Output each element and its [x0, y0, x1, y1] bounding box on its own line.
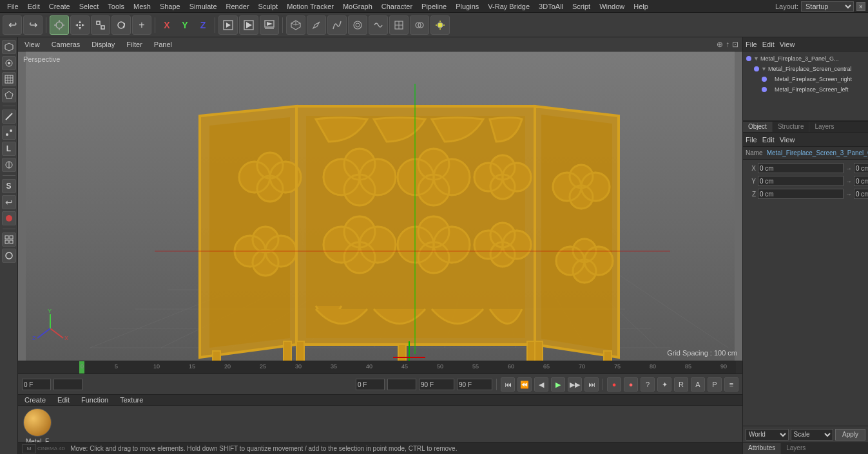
obj-menu-view[interactable]: View — [780, 41, 795, 48]
obj-row-0[interactable]: ▼ Metal_Fireplace_3_Panel_G... — [745, 53, 866, 64]
menu-mograph[interactable]: MoGraph — [338, 1, 377, 12]
render-settings-button[interactable] — [260, 15, 279, 35]
vp-menu-cameras[interactable]: Cameras — [49, 39, 83, 50]
tab-attributes[interactable]: Attributes — [743, 443, 781, 454]
menu-motion-tracker[interactable]: Motion Tracker — [282, 1, 338, 12]
vp-menu-panel[interactable]: Panel — [151, 39, 175, 50]
a-button[interactable]: A — [691, 377, 705, 392]
r-button[interactable]: R — [674, 377, 688, 392]
layout-dropdown[interactable]: Startup Standard Classic Animate BP UV E… — [801, 1, 854, 12]
transport-back-button[interactable]: ◀ — [534, 377, 548, 392]
vp-icon-3[interactable]: ⊡ — [732, 40, 738, 49]
menu-shape[interactable]: Shape — [155, 1, 185, 12]
coord-scale-select[interactable]: Scale Size — [791, 429, 834, 440]
attr-z-pos[interactable] — [758, 189, 844, 199]
timeline-current-label[interactable] — [53, 379, 82, 390]
menu-script[interactable]: Script — [568, 1, 595, 12]
record-auto-button[interactable]: ● — [624, 377, 638, 392]
cube-tool[interactable] — [286, 15, 305, 35]
sidebar-poly-icon[interactable] — [2, 88, 16, 102]
obj-menu-file[interactable]: File — [746, 41, 757, 48]
sidebar-record-icon[interactable] — [2, 211, 16, 225]
p-button[interactable]: P — [708, 377, 722, 392]
attr-x-rot[interactable] — [854, 163, 868, 173]
menu-create[interactable]: Create — [44, 1, 75, 12]
sidebar-loop-icon[interactable] — [2, 158, 16, 172]
menu-simulate[interactable]: Simulate — [185, 1, 222, 12]
menu-mesh[interactable]: Mesh — [129, 1, 155, 12]
sidebar-texture-icon[interactable] — [2, 56, 16, 70]
material-preview[interactable] — [23, 408, 52, 437]
sidebar-l-icon[interactable]: L — [2, 142, 16, 156]
vp-menu-display[interactable]: Display — [89, 39, 117, 50]
menu-plugins[interactable]: Plugins — [451, 1, 483, 12]
obj-row-2[interactable]: ▶ Metal_Fireplace_Screen_right — [745, 74, 866, 84]
apply-button[interactable]: Apply — [835, 429, 865, 440]
attr-z-rot[interactable] — [854, 189, 868, 199]
sidebar-point-icon[interactable] — [2, 126, 16, 140]
light-button[interactable] — [430, 15, 450, 35]
boolean-tool[interactable] — [410, 15, 429, 35]
sidebar-edge-icon[interactable] — [2, 109, 16, 124]
pen-tool[interactable] — [307, 15, 326, 35]
tab-object[interactable]: Object — [743, 122, 773, 132]
sidebar-mesh-icon[interactable] — [2, 72, 16, 86]
timeline-fps[interactable] — [419, 379, 454, 390]
subdivide-tool[interactable] — [348, 15, 367, 35]
rotate-tool[interactable] — [111, 15, 131, 35]
timeline-start-frame[interactable] — [22, 379, 51, 390]
scale-tool[interactable] — [91, 15, 110, 35]
menu-character[interactable]: Character — [377, 1, 417, 12]
vp-icon-2[interactable]: ↑ — [726, 40, 729, 49]
transport-play-button[interactable]: ▶ — [551, 377, 565, 392]
live-select-tool[interactable] — [50, 15, 69, 35]
menu-help[interactable]: Help — [629, 1, 653, 12]
mat-menu-texture[interactable]: Texture — [117, 395, 146, 405]
mat-menu-edit[interactable]: Edit — [55, 395, 72, 405]
sidebar-s-icon[interactable]: S — [2, 179, 16, 193]
spline-tool[interactable] — [327, 15, 347, 35]
viewport[interactable]: X Y Z Perspective Grid Spacing : 100 cm — [18, 52, 742, 361]
menu-tools[interactable]: Tools — [103, 1, 129, 12]
undo-button[interactable]: ↩ — [3, 15, 22, 35]
sidebar-circle-icon[interactable] — [2, 249, 16, 263]
redo-button[interactable]: ↪ — [23, 15, 43, 35]
menu-file[interactable]: File — [3, 1, 23, 12]
attr-menu-file[interactable]: File — [746, 136, 757, 144]
record-button[interactable]: ● — [607, 377, 621, 392]
menu-select[interactable]: Select — [75, 1, 104, 12]
sidebar-model-icon[interactable] — [2, 40, 16, 54]
timeline-fps2[interactable] — [457, 379, 492, 390]
move-tool[interactable] — [70, 15, 90, 35]
timeline-current-frame2[interactable] — [387, 379, 416, 390]
menu-3dtoall[interactable]: 3DToAll — [534, 1, 568, 12]
tab-layers-bottom[interactable]: Layers — [781, 443, 811, 454]
transport-prev-button[interactable]: ⏪ — [517, 377, 532, 392]
obj-row-3[interactable]: ▶ Metal_Fireplace_Screen_left — [745, 84, 866, 95]
sidebar-grid-icon[interactable] — [2, 232, 16, 247]
attr-menu-edit[interactable]: Edit — [762, 136, 775, 144]
attr-menu-view[interactable]: View — [780, 136, 795, 144]
mat-menu-create[interactable]: Create — [22, 395, 48, 405]
timeline-current-frame[interactable] — [356, 379, 385, 390]
menu-edit[interactable]: Edit — [23, 1, 44, 12]
obj-row-1[interactable]: ▼ Metal_Fireplace_Screen_central — [745, 64, 866, 74]
menu-window[interactable]: Window — [595, 1, 629, 12]
add-object-button[interactable]: + — [132, 15, 151, 35]
render-button[interactable] — [239, 15, 258, 35]
vp-menu-view[interactable]: View — [22, 39, 43, 50]
tab-structure[interactable]: Structure — [773, 122, 810, 132]
floor-tool[interactable] — [389, 15, 409, 35]
render-region-button[interactable] — [218, 15, 238, 35]
coord-world-select[interactable]: World Object Parent — [746, 429, 789, 440]
curve-tool[interactable] — [369, 15, 388, 35]
transport-last-button[interactable]: ⏭ — [584, 377, 599, 392]
vp-icon-1[interactable]: ⊕ — [717, 40, 723, 49]
obj-menu-edit[interactable]: Edit — [762, 41, 775, 48]
transport-first-button[interactable]: ⏮ — [501, 377, 515, 392]
timeline-expand-button[interactable]: ≡ — [724, 377, 738, 392]
sidebar-undo-icon[interactable]: ↩ — [2, 195, 16, 209]
menu-vray-bridge[interactable]: V-Ray Bridge — [483, 1, 534, 12]
keyframe-button[interactable]: ✦ — [657, 377, 671, 392]
transport-ff-button[interactable]: ▶▶ — [568, 377, 582, 392]
